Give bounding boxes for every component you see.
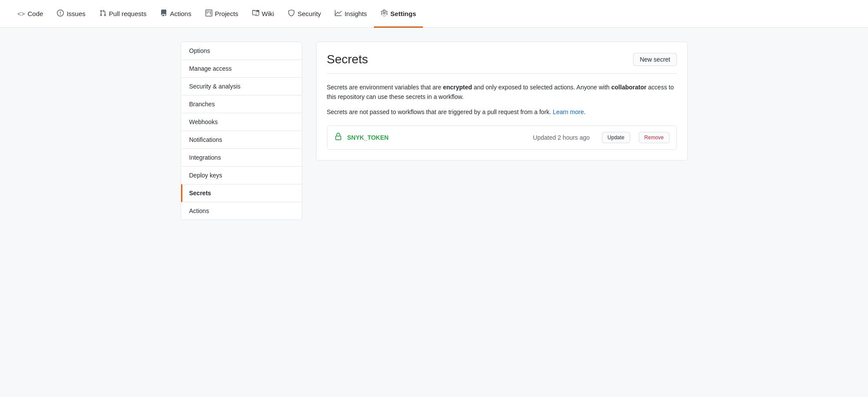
desc1-bold2: collaborator [611, 84, 647, 91]
pull-requests-icon [99, 10, 106, 18]
nav-item-pull-requests[interactable]: Pull requests [92, 1, 154, 28]
sidebar-item-integrations[interactable]: Integrations [181, 149, 302, 167]
desc1-mid: and only exposed to selected actions. An… [472, 84, 611, 91]
description-line2: Secrets are not passed to workflows that… [327, 107, 677, 117]
wiki-icon [252, 10, 259, 18]
table-row: SNYK_TOKEN Updated 2 hours ago Update Re… [327, 126, 677, 149]
insights-icon [335, 10, 342, 18]
nav-item-actions[interactable]: Actions [153, 1, 198, 28]
code-icon: <> [17, 10, 25, 17]
nav-label-security: Security [297, 10, 321, 17]
nav-item-issues[interactable]: Issues [50, 1, 92, 28]
page-title: Secrets [327, 52, 368, 66]
main-content: Secrets New secret Secrets are environme… [316, 42, 688, 161]
page-layout: Options Manage access Security & analysi… [174, 42, 695, 220]
desc1-bold1: encrypted [443, 84, 472, 91]
desc2-post: . [584, 108, 586, 115]
actions-icon [160, 10, 167, 18]
sidebar: Options Manage access Security & analysi… [181, 42, 302, 220]
sidebar-item-manage-access[interactable]: Manage access [181, 60, 302, 78]
nav-label-actions: Actions [170, 10, 191, 17]
nav-item-settings[interactable]: Settings [374, 1, 423, 28]
remove-secret-button[interactable]: Remove [639, 132, 670, 143]
new-secret-button[interactable]: New secret [633, 53, 677, 66]
nav-label-settings: Settings [390, 10, 416, 17]
sidebar-item-webhooks[interactable]: Webhooks [181, 113, 302, 131]
desc1-pre: Secrets are environment variables that a… [327, 84, 443, 91]
security-icon [288, 10, 295, 18]
settings-icon [381, 10, 388, 18]
nav-label-pull-requests: Pull requests [109, 10, 147, 17]
nav-label-wiki: Wiki [262, 10, 274, 17]
top-nav: <> Code Issues Pull requests Actions P [0, 0, 868, 28]
nav-label-projects: Projects [215, 10, 238, 17]
secrets-list: SNYK_TOKEN Updated 2 hours ago Update Re… [327, 125, 677, 150]
nav-item-security[interactable]: Security [281, 1, 328, 28]
nav-label-code: Code [28, 10, 43, 17]
sidebar-item-actions[interactable]: Actions [181, 202, 302, 220]
sidebar-item-secrets[interactable]: Secrets [181, 184, 302, 202]
nav-label-insights: Insights [344, 10, 367, 17]
desc2-pre: Secrets are not passed to workflows that… [327, 108, 553, 115]
update-secret-button[interactable]: Update [602, 132, 630, 143]
lock-icon [334, 133, 342, 143]
learn-more-link[interactable]: Learn more [553, 108, 584, 115]
description-line1: Secrets are environment variables that a… [327, 82, 677, 102]
secret-updated: Updated 2 hours ago [533, 134, 590, 141]
sidebar-item-branches[interactable]: Branches [181, 95, 302, 113]
issues-icon [57, 10, 64, 18]
sidebar-item-options[interactable]: Options [181, 42, 302, 60]
projects-icon [205, 10, 212, 18]
nav-label-issues: Issues [66, 10, 85, 17]
secret-name: SNYK_TOKEN [347, 134, 528, 141]
nav-item-insights[interactable]: Insights [328, 1, 374, 28]
sidebar-item-notifications[interactable]: Notifications [181, 131, 302, 149]
sidebar-item-deploy-keys[interactable]: Deploy keys [181, 167, 302, 184]
content-header: Secrets New secret [327, 52, 677, 74]
nav-item-projects[interactable]: Projects [198, 1, 245, 28]
nav-items: <> Code Issues Pull requests Actions P [10, 0, 423, 27]
sidebar-item-security-analysis[interactable]: Security & analysis [181, 78, 302, 95]
nav-item-code[interactable]: <> Code [10, 1, 50, 27]
nav-item-wiki[interactable]: Wiki [245, 1, 281, 28]
